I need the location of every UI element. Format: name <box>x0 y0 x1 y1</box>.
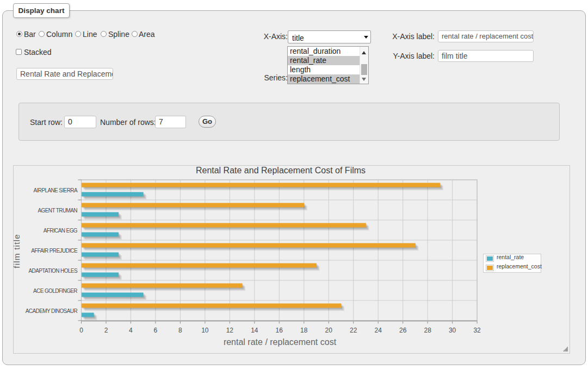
svg-text:6: 6 <box>154 327 158 334</box>
svg-text:0: 0 <box>79 327 83 334</box>
svg-text:AFFAIR PREJUDICE: AFFAIR PREJUDICE <box>31 248 78 254</box>
svg-text:AIRPLANE SIERRA: AIRPLANE SIERRA <box>34 187 78 193</box>
svg-text:14: 14 <box>251 327 258 334</box>
svg-text:26: 26 <box>399 327 407 334</box>
svg-text:Rental Rate and Replacement Co: Rental Rate and Replacement Cost of Film… <box>196 166 366 175</box>
svg-text:24: 24 <box>375 327 382 334</box>
svg-text:22: 22 <box>350 327 357 334</box>
svg-text:32: 32 <box>473 327 481 334</box>
svg-text:18: 18 <box>300 327 308 334</box>
svg-text:AFRICAN EGG: AFRICAN EGG <box>44 228 78 234</box>
svg-text:28: 28 <box>424 327 431 334</box>
svg-text:4: 4 <box>129 327 133 334</box>
svg-text:AGENT TRUMAN: AGENT TRUMAN <box>38 208 78 214</box>
svg-text:30: 30 <box>449 327 456 334</box>
svg-text:ADAPTATION HOLES: ADAPTATION HOLES <box>29 268 78 274</box>
svg-text:10: 10 <box>201 327 209 334</box>
svg-text:20: 20 <box>325 327 333 334</box>
svg-text:12: 12 <box>226 327 234 334</box>
svg-text:ACE GOLDFINGER: ACE GOLDFINGER <box>33 288 77 294</box>
svg-text:rental rate / replacement cost: rental rate / replacement cost <box>224 337 337 347</box>
svg-text:ACADEMY DINOSAUR: ACADEMY DINOSAUR <box>26 308 78 314</box>
svg-text:8: 8 <box>178 327 182 334</box>
svg-text:2: 2 <box>104 327 108 334</box>
svg-text:16: 16 <box>276 327 283 334</box>
svg-text:film title: film title <box>13 234 21 268</box>
